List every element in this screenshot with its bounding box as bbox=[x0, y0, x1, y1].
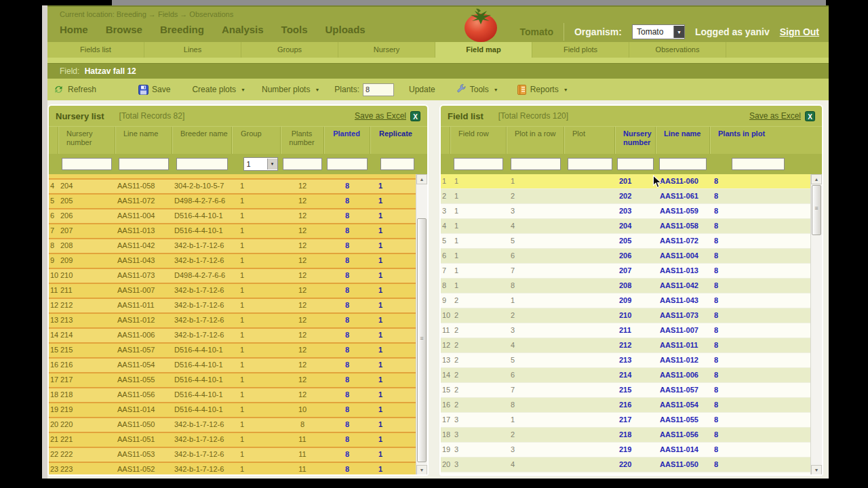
sign-out-link[interactable]: Sign Out bbox=[780, 26, 819, 37]
save-button[interactable]: Save bbox=[138, 85, 170, 95]
tab-nursery[interactable]: Nursery bbox=[338, 42, 435, 58]
cell-row-index: 6 bbox=[441, 249, 450, 263]
scrollbar-thumb[interactable] bbox=[812, 185, 821, 235]
table-row[interactable]: 1731217AAS11-0558 bbox=[441, 413, 810, 428]
table-row[interactable]: 23223AAS11-052342-b-1-7-12-611181 bbox=[49, 463, 416, 475]
table-row[interactable]: 8208AAS11-042342-b-1-7-12-611281 bbox=[49, 239, 416, 254]
field-scrollbar[interactable]: ▲ ▼ bbox=[810, 174, 822, 475]
tab-groups[interactable]: Groups bbox=[241, 42, 338, 58]
table-row[interactable]: 111201AAS11-0608 bbox=[441, 174, 810, 189]
filter-input-field-row[interactable] bbox=[454, 158, 502, 170]
table-row[interactable]: 313203AAS11-0598 bbox=[441, 204, 810, 219]
scroll-up-icon[interactable]: ▲ bbox=[416, 174, 427, 184]
table-row[interactable]: 19219AAS11-014D516-4-4-10-111081 bbox=[49, 403, 416, 418]
table-row[interactable]: 14214AAS11-006342-b-1-7-12-611281 bbox=[49, 329, 416, 344]
nav-item-home[interactable]: Home bbox=[60, 24, 88, 35]
update-button[interactable]: Update bbox=[409, 85, 435, 94]
tab-lines[interactable]: Lines bbox=[144, 42, 241, 58]
group-filter-select[interactable]: 1▼ bbox=[243, 157, 278, 171]
plants-input[interactable] bbox=[363, 83, 394, 96]
table-row[interactable]: 212202AAS11-0618 bbox=[441, 189, 810, 204]
tab-field-map[interactable]: Field map bbox=[435, 42, 532, 58]
table-row[interactable]: 4204AAS11-058304-2-b-10-5-711281 bbox=[49, 180, 416, 195]
table-row[interactable]: 22222AAS11-053342-b-1-7-12-611181 bbox=[49, 448, 416, 463]
table-row[interactable]: 1224212AAS11-0118 bbox=[441, 338, 810, 353]
excel-icon[interactable]: X bbox=[410, 111, 420, 121]
nav-item-uploads[interactable]: Uploads bbox=[325, 24, 365, 35]
table-row[interactable]: 18218AAS11-056D516-4-4-10-111281 bbox=[49, 388, 416, 403]
tab-fields-list[interactable]: Fields list bbox=[47, 42, 144, 58]
filter-input-plot-in-a-row[interactable] bbox=[511, 158, 561, 170]
table-row[interactable]: 1628216AAS11-0548 bbox=[441, 398, 810, 413]
nursery-scrollbar[interactable]: ▲ ▼ bbox=[416, 174, 427, 475]
table-row[interactable]: 17217AAS11-055D516-4-4-10-111281 bbox=[49, 373, 416, 388]
scroll-down-icon[interactable]: ▼ bbox=[416, 465, 427, 475]
organism-select[interactable]: Tomato ▼ bbox=[632, 24, 685, 39]
table-row[interactable]: 2135221AAS11-0518 bbox=[441, 472, 810, 475]
table-row[interactable]: 921209AAS11-0438 bbox=[441, 293, 810, 308]
create-plots-button[interactable]: Create plots ▼ bbox=[192, 85, 245, 94]
table-row[interactable]: 414204AAS11-0588 bbox=[441, 219, 810, 234]
cell-field-row: 2 bbox=[450, 308, 507, 323]
scroll-down-icon[interactable]: ▼ bbox=[811, 465, 822, 475]
filter-input-nursery-number[interactable] bbox=[617, 158, 654, 170]
table-row[interactable]: 9209AAS11-043342-b-1-7-12-611281 bbox=[49, 254, 416, 269]
scrollbar-thumb[interactable] bbox=[417, 218, 427, 462]
table-row[interactable]: 5205AAS11-072D498-4-2-7-6-611281 bbox=[49, 195, 416, 209]
cell-row-index: 3 bbox=[441, 204, 450, 218]
table-row[interactable]: 717207AAS11-0138 bbox=[441, 264, 810, 279]
table-row[interactable]: 2034220AAS11-0508 bbox=[441, 458, 810, 472]
cell-plot-in-a-row: 8 bbox=[507, 279, 564, 293]
table-row[interactable]: 20220AAS11-050342-b-1-7-12-61881 bbox=[49, 418, 416, 433]
filter-input-breeder-name[interactable] bbox=[176, 158, 228, 170]
reports-button[interactable]: Reports ▼ bbox=[517, 85, 568, 95]
table-row[interactable]: 1123211AAS11-0078 bbox=[441, 323, 810, 338]
nav-item-browse[interactable]: Browse bbox=[106, 24, 142, 35]
table-row[interactable]: 1426214AAS11-0068 bbox=[441, 368, 810, 383]
table-row[interactable]: 515205AAS11-0728 bbox=[441, 234, 810, 249]
chevron-down-icon[interactable]: ▼ bbox=[673, 26, 684, 38]
nav-item-tools[interactable]: Tools bbox=[281, 24, 308, 35]
filter-input-plot[interactable] bbox=[568, 158, 612, 170]
tab-observations[interactable]: Observations bbox=[629, 42, 726, 58]
filter-input-plants-number[interactable] bbox=[283, 158, 321, 170]
table-row[interactable]: 1527215AAS11-0578 bbox=[441, 383, 810, 398]
chevron-down-icon[interactable]: ▼ bbox=[267, 159, 277, 169]
excel-icon[interactable]: X bbox=[805, 111, 815, 121]
cell-plot bbox=[564, 189, 615, 203]
table-row[interactable]: 11211AAS11-007342-b-1-7-12-611281 bbox=[49, 284, 416, 299]
filter-input-planted[interactable] bbox=[327, 158, 368, 170]
table-row[interactable]: 1933219AAS11-0148 bbox=[441, 443, 810, 458]
table-row[interactable]: 10210AAS11-073D498-4-2-7-6-611281 bbox=[49, 269, 416, 284]
table-row[interactable]: 1022210AAS11-0738 bbox=[441, 308, 810, 323]
nav-item-breeding[interactable]: Breeding bbox=[160, 24, 204, 35]
table-row[interactable]: 15215AAS11-057D516-4-4-10-111281 bbox=[49, 344, 416, 359]
filter-input-nursery-number[interactable] bbox=[62, 158, 111, 170]
table-row[interactable]: 818208AAS11-0428 bbox=[441, 279, 810, 293]
refresh-button[interactable]: Refresh bbox=[53, 84, 96, 95]
table-row[interactable]: 3203AAS11-059304-2-b-10-5-711281 bbox=[49, 174, 416, 180]
table-row[interactable]: 6206AAS11-004D516-4-4-10-111281 bbox=[49, 209, 416, 224]
table-row[interactable]: 12212AAS11-011342-b-1-7-12-611281 bbox=[49, 299, 416, 314]
filter-input-plants-in-plot[interactable] bbox=[732, 158, 785, 170]
filter-input-line-name[interactable] bbox=[119, 158, 168, 170]
table-row[interactable]: 7207AAS11-013D516-4-4-10-111281 bbox=[49, 224, 416, 239]
nav-item-analysis[interactable]: Analysis bbox=[222, 24, 264, 35]
table-row[interactable]: 21221AAS11-051342-b-1-7-12-611181 bbox=[49, 433, 416, 448]
tools-button[interactable]: Tools ▼ bbox=[456, 84, 498, 95]
save-as-excel-link[interactable]: Save as Excel bbox=[749, 111, 801, 121]
table-row[interactable]: 616206AAS11-0048 bbox=[441, 249, 810, 264]
tab-field-plots[interactable]: Field plots bbox=[532, 42, 629, 58]
filter-input-line-name[interactable] bbox=[659, 158, 707, 170]
number-plots-button[interactable]: Number plots ▼ bbox=[262, 85, 319, 94]
cell-group: 1 bbox=[232, 373, 281, 387]
save-as-excel-link[interactable]: Save as Excel bbox=[355, 111, 406, 121]
table-row[interactable]: 1325213AAS11-0128 bbox=[441, 353, 810, 368]
filter-input-replicate[interactable] bbox=[380, 158, 414, 170]
table-row[interactable]: 1832218AAS11-0568 bbox=[441, 428, 810, 443]
column-header-plot-in-a-row: Plot in a row bbox=[507, 127, 564, 154]
table-row[interactable]: 16216AAS11-054D516-4-4-10-111281 bbox=[49, 359, 416, 373]
table-row[interactable]: 13213AAS11-012342-b-1-7-12-611281 bbox=[49, 314, 416, 329]
scroll-up-icon[interactable]: ▲ bbox=[811, 174, 822, 184]
cell-planted: 8 bbox=[324, 195, 370, 208]
